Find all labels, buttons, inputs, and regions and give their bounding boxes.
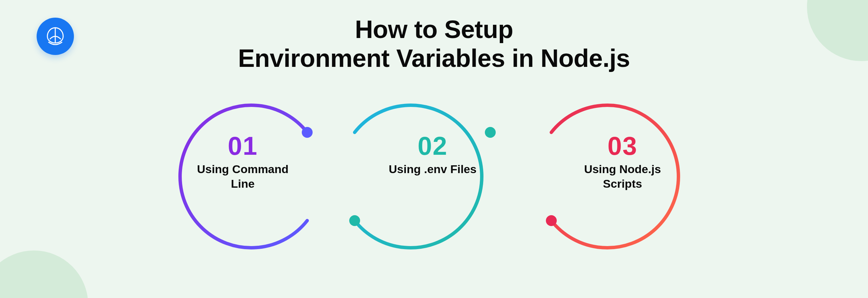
heading-line-2: Environment Variables in Node.js — [238, 44, 630, 72]
step-3: 03 Using Node.js Scripts — [558, 131, 687, 191]
step-3-label: Using Node.js Scripts — [558, 162, 687, 191]
decorative-circle-bottom-left — [0, 250, 88, 298]
dot-step-2-bottom — [349, 215, 360, 226]
step-2-label: Using .env Files — [368, 162, 497, 176]
step-1-label-line1: Using Command — [197, 163, 289, 175]
page-heading: How to Setup Environment Variables in No… — [0, 15, 868, 73]
step-2-label-line1: Using .env Files — [389, 163, 477, 175]
step-1-label-line2: Line — [231, 177, 255, 190]
step-3-label-line2: Scripts — [603, 177, 642, 190]
step-3-number: 03 — [558, 131, 687, 161]
step-1: 01 Using Command Line — [178, 131, 307, 191]
steps-diagram: 01 Using Command Line 02 Using .env File… — [149, 88, 719, 278]
dot-step-3 — [546, 215, 557, 226]
step-1-label: Using Command Line — [178, 162, 307, 191]
step-1-number: 01 — [178, 131, 307, 161]
arc-step-2 — [355, 105, 482, 248]
step-2: 02 Using .env Files — [368, 131, 497, 176]
brand-logo-badge — [37, 18, 74, 55]
step-3-label-line1: Using Node.js — [584, 163, 661, 175]
step-2-number: 02 — [368, 131, 497, 161]
brand-logo-icon — [45, 26, 66, 47]
heading-line-1: How to Setup — [355, 15, 513, 43]
